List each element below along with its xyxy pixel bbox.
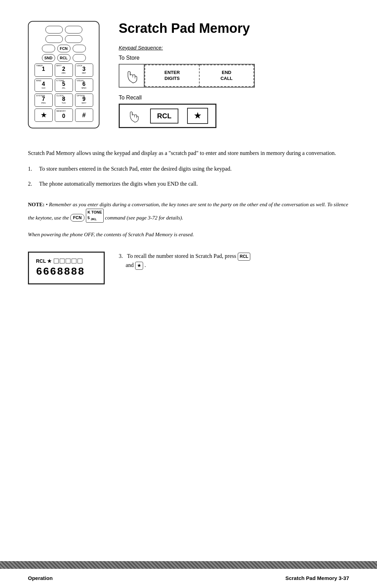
keypad-sequence-label: Keypad Sequence: — [119, 45, 349, 51]
keypad-key-r2c2 — [65, 35, 82, 43]
keypad-2: BATT 2 ABC — [55, 64, 73, 77]
note-block: NOTE: • Remember as you enter digits dur… — [28, 201, 349, 238]
step3-num: 3. — [119, 253, 126, 259]
page-title: Scratch Pad Memory — [119, 21, 349, 36]
note-label: NOTE: — [28, 202, 45, 207]
lcd-display: RCL ★ 6668888 — [28, 252, 105, 284]
keypad-key-r1c1 — [45, 26, 63, 34]
keypad-key-r1c2 — [65, 26, 82, 34]
keypad-3: LOCK 3 DEF — [75, 64, 93, 77]
keypad-key-r4c3 — [73, 54, 86, 62]
footer: Operation Scratch Pad Memory 3-37 — [28, 575, 349, 581]
keypad-1: TIMER 1 — [35, 64, 53, 77]
keypad-snd: SND — [42, 54, 55, 62]
note-italic3: When powering the phone OFF, the content… — [28, 232, 194, 237]
step1-num: 1. — [28, 165, 35, 173]
step-2: 2. The phone automatically memorizes the… — [28, 180, 349, 188]
lcd-box-1 — [54, 259, 59, 263]
keypad-key-r3c3 — [73, 45, 86, 52]
step3-text-before: To recall the number stored in Scratch P… — [127, 253, 236, 259]
keypad-star: ★ — [35, 109, 53, 122]
keypad-fcn: FCN — [57, 45, 71, 52]
keypad-9: OPTION 9 WXY — [75, 94, 93, 107]
footer-right: Scratch Pad Memory 3-37 — [285, 575, 349, 581]
recall-star-key: ★ — [187, 108, 208, 124]
keypad-7: SYSTEM 7 PRS — [35, 94, 53, 107]
star-key-inline: ★ — [135, 262, 143, 270]
keypad-6: VISUAL 6 MNO — [75, 79, 93, 92]
lcd-box-2 — [60, 259, 65, 263]
step1-text: To store numbers entered in the Scratch … — [39, 165, 232, 173]
enter-digits-cell: ENTER DIGITS — [145, 65, 200, 87]
keypad-0: MEMORY 0 — [55, 109, 73, 122]
hand-icon — [122, 66, 141, 85]
bottom-section: RCL ★ 6668888 3. To recall the number st… — [28, 252, 349, 284]
footer-left: Operation — [28, 575, 53, 581]
keypad-illustration: FCN SND RCL TIMER 1 B — [28, 21, 101, 139]
note-text1: NOTE: • Remember as you enter digits dur… — [28, 201, 349, 223]
right-content: Scratch Pad Memory Keypad Sequence: To S… — [119, 21, 349, 139]
recall-rcl-key: RCL — [150, 109, 178, 124]
to-store-diagram: ENTER DIGITS END CALL — [119, 64, 255, 88]
note-body2: command (see page 3-72 for details). — [105, 215, 183, 220]
keypad-key-r3c1 — [42, 45, 55, 52]
step3-container: 3. To recall the number stored in Scratc… — [119, 252, 349, 270]
intro-paragraph: Scratch Pad Memory allows using the keyp… — [28, 149, 349, 158]
note-text3: When powering the phone OFF, the content… — [28, 231, 349, 239]
rcl-key-inline: RCL — [238, 253, 251, 261]
steps-list: 1. To store numbers entered in the Scrat… — [28, 165, 349, 195]
lcd-box-5 — [77, 259, 82, 263]
to-store-label: To Store — [119, 55, 349, 61]
k5-key-inline: K TONE5 JKL — [86, 209, 104, 223]
step3-and: and — [119, 262, 135, 268]
step3-period: . — [145, 262, 146, 268]
hand-recall-icon — [125, 107, 142, 125]
fcn-key-inline: FCN — [70, 214, 84, 222]
keypad-rcl: RCL — [57, 54, 71, 62]
keypad-4: RING 4 GHI — [35, 79, 53, 92]
step2-num: 2. — [28, 180, 35, 188]
bottom-decorative-bar — [0, 561, 377, 569]
to-recall-label: To Recall — [119, 95, 349, 101]
keypad-5: K TONE 5 JKL — [55, 79, 73, 92]
end-call-cell: END CALL — [200, 65, 254, 87]
lcd-box-4 — [72, 259, 76, 263]
lcd-signal-boxes — [54, 259, 82, 263]
lcd-top-label: RCL ★ — [36, 258, 52, 264]
keypad-8: CLOCK 8 TUV — [55, 94, 73, 107]
keypad-key-r2c1 — [45, 35, 63, 43]
lcd-number: 6668888 — [36, 266, 97, 278]
step-1: 1. To store numbers entered in the Scrat… — [28, 165, 349, 173]
to-recall-diagram: RCL ★ — [119, 104, 216, 128]
step2-text: The phone automatically memorizes the di… — [39, 180, 198, 188]
keypad-hash: # — [75, 109, 93, 122]
note-bullet: • — [46, 202, 47, 207]
lcd-box-3 — [66, 259, 71, 263]
